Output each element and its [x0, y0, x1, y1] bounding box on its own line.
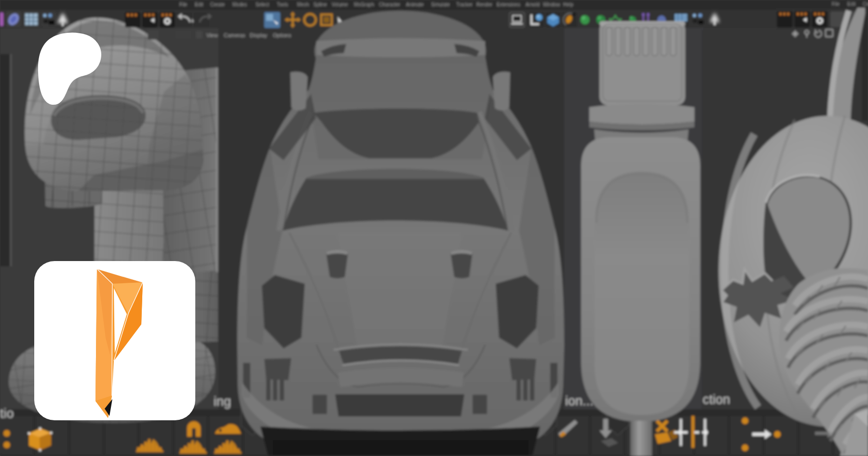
svg-text:Crea: Crea — [863, 1, 868, 7]
svg-text:Spline: Spline — [313, 2, 327, 7]
svg-text:Extensions: Extensions — [497, 2, 520, 7]
svg-text:Options: Options — [273, 32, 291, 38]
svg-text:Tracker: Tracker — [456, 2, 473, 7]
svg-text:Volume: Volume — [332, 2, 348, 7]
svg-text:ction: ction — [703, 392, 730, 407]
svg-text:Edit: Edit — [847, 1, 855, 7]
svg-text:Create: Create — [210, 2, 225, 7]
svg-text:Mesh: Mesh — [297, 2, 309, 7]
svg-text:Cameras: Cameras — [224, 32, 245, 38]
svg-text:tio: tio — [0, 406, 14, 421]
svg-text:Select: Select — [256, 2, 269, 7]
svg-text:Arnold: Arnold — [526, 2, 540, 7]
svg-text:Tools: Tools — [277, 2, 288, 7]
svg-text:File: File — [179, 2, 188, 7]
svg-text:File: File — [832, 1, 840, 7]
svg-text:ing: ing — [214, 394, 231, 409]
svg-text:View: View — [206, 32, 218, 38]
svg-text:Display: Display — [250, 32, 268, 38]
svg-text:Animate: Animate — [406, 2, 424, 7]
svg-text:Help: Help — [563, 2, 573, 7]
svg-text:Window: Window — [543, 2, 560, 7]
svg-text:MoGraph: MoGraph — [354, 2, 374, 7]
svg-text:Character: Character — [379, 2, 401, 7]
svg-text:Simulate: Simulate — [431, 2, 450, 7]
svg-text:Edit: Edit — [195, 2, 203, 7]
svg-text:Modes: Modes — [232, 2, 247, 7]
svg-text:Render: Render — [476, 2, 492, 7]
